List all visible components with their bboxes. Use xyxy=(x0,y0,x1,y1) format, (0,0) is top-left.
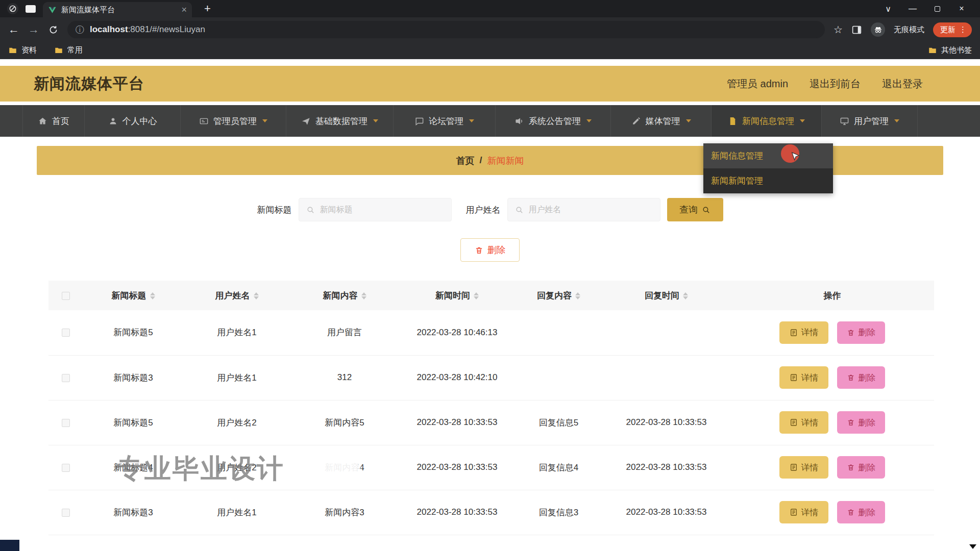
update-browser-button[interactable]: 更新 ⋮ xyxy=(933,22,972,37)
row-checkbox[interactable] xyxy=(62,509,70,517)
nav-item-home[interactable]: 首页 xyxy=(22,105,85,137)
bookmark-folder-changyong[interactable]: 常用 xyxy=(54,45,83,55)
browser-window: 新闻流媒体平台 × + ∨ — × ← → ⓘ localhost:8081/#… xyxy=(0,0,980,551)
nav-item-admin-management[interactable]: 管理员管理 xyxy=(181,105,286,137)
browser-tab[interactable]: 新闻流媒体平台 × xyxy=(43,2,192,17)
row-checkbox[interactable] xyxy=(62,464,70,472)
minimize-button[interactable]: — xyxy=(900,0,925,17)
detail-button[interactable]: 详情 xyxy=(779,501,828,523)
col-news-title[interactable]: 新闻标题 xyxy=(83,281,184,310)
cell-reply-content: 回复信息4 xyxy=(515,445,602,490)
row-actions: 详情 删除 xyxy=(730,321,934,344)
breadcrumb-home[interactable]: 首页 xyxy=(456,155,474,167)
cell-news-time: 2022-03-28 10:46:13 xyxy=(399,310,515,355)
sort-icon[interactable] xyxy=(575,292,580,299)
exit-to-front-link[interactable]: 退出到前台 xyxy=(810,77,861,91)
sort-icon[interactable] xyxy=(361,292,366,299)
menu-kebab-icon[interactable]: ⋮ xyxy=(959,25,967,34)
address-bar[interactable]: ⓘ localhost:8081/#/newsLiuyan xyxy=(67,21,825,38)
nav-label: 首页 xyxy=(52,115,69,127)
window-app-icon[interactable] xyxy=(26,5,36,13)
trash-icon xyxy=(475,246,483,255)
select-all-checkbox[interactable] xyxy=(62,292,70,300)
cell-user-name: 用户姓名1 xyxy=(184,490,290,535)
bulk-delete-label: 删除 xyxy=(487,244,506,256)
prohibited-app-icon[interactable] xyxy=(7,3,18,14)
trash-icon xyxy=(847,373,855,382)
row-delete-button[interactable]: 删除 xyxy=(837,366,885,389)
dropdown-item-news-info-management[interactable]: 新闻信息管理 xyxy=(703,143,833,168)
document-icon xyxy=(790,508,798,516)
nav-item-media-management[interactable]: 媒体管理 xyxy=(611,105,712,137)
nav-item-user-management[interactable]: 用户管理 xyxy=(822,105,918,137)
sort-icon[interactable] xyxy=(254,292,259,299)
detail-button[interactable]: 详情 xyxy=(779,411,828,434)
nav-item-forum-management[interactable]: 论坛管理 xyxy=(394,105,496,137)
col-news-time[interactable]: 新闻时间 xyxy=(399,281,515,310)
bookmark-label: 资料 xyxy=(21,45,37,55)
dropdown-item-news-news-management[interactable]: 新闻新闻管理 xyxy=(703,168,833,193)
bookmark-folder-ziliao[interactable]: 资料 xyxy=(8,45,37,55)
new-tab-button[interactable]: + xyxy=(204,2,211,15)
cell-news-content: 新闻内容3 xyxy=(290,490,399,535)
back-button[interactable]: ← xyxy=(8,24,19,35)
news-title-input[interactable] xyxy=(320,205,444,214)
row-checkbox[interactable] xyxy=(62,419,70,427)
breadcrumb-separator: / xyxy=(479,155,482,166)
row-checkbox[interactable] xyxy=(62,329,70,337)
nav-item-system-notice-management[interactable]: 系统公告管理 xyxy=(496,105,611,137)
site-header: 新闻流媒体平台 管理员 admin 退出到前台 退出登录 xyxy=(0,66,980,102)
tab-close-icon[interactable]: × xyxy=(181,5,187,15)
col-reply-time[interactable]: 回复时间 xyxy=(602,281,730,310)
detail-button[interactable]: 详情 xyxy=(779,366,828,389)
query-button[interactable]: 查询 xyxy=(667,198,723,221)
sort-icon[interactable] xyxy=(683,292,688,299)
search-icon xyxy=(702,206,710,214)
maximize-icon xyxy=(935,6,940,12)
tab-list-icon[interactable]: ∨ xyxy=(876,0,900,17)
detail-button[interactable]: 详情 xyxy=(779,321,828,344)
nav-item-personal-center[interactable]: 个人中心 xyxy=(85,105,181,137)
col-actions: 操作 xyxy=(730,281,934,310)
pencil-icon xyxy=(631,116,641,126)
bookmark-star-icon[interactable]: ☆ xyxy=(834,23,843,36)
row-delete-label: 删除 xyxy=(859,507,876,518)
forward-button[interactable]: → xyxy=(28,24,39,35)
nav-item-basic-data-management[interactable]: 基础数据管理 xyxy=(286,105,394,137)
cell-news-time: 2022-03-28 10:42:10 xyxy=(399,355,515,400)
row-delete-button[interactable]: 删除 xyxy=(837,456,885,479)
cell-news-title: 新闻标题3 xyxy=(83,355,184,400)
row-delete-button[interactable]: 删除 xyxy=(837,411,885,434)
row-delete-button[interactable]: 删除 xyxy=(837,321,885,344)
bulk-actions-row: 删除 xyxy=(0,238,980,262)
row-actions: 详情 删除 xyxy=(730,456,934,479)
sort-icon[interactable] xyxy=(150,292,155,299)
table-row: 新闻标题5 用户姓名1 用户留言 2022-03-28 10:46:13 详情 … xyxy=(48,310,934,355)
maximize-button[interactable] xyxy=(925,0,949,17)
nav-item-news-info-management[interactable]: 新闻信息管理 xyxy=(712,105,822,137)
incognito-label: 无痕模式 xyxy=(894,25,924,35)
sort-icon[interactable] xyxy=(474,292,479,299)
user-name-input[interactable] xyxy=(529,205,653,214)
incognito-avatar[interactable] xyxy=(871,22,885,37)
side-panel-icon[interactable] xyxy=(851,24,862,35)
detail-label: 详情 xyxy=(801,327,819,338)
url-text: localhost:8081/#/newsLiuyan xyxy=(90,24,205,35)
bulk-delete-button[interactable]: 删除 xyxy=(460,238,520,262)
other-bookmarks[interactable]: 其他书签 xyxy=(928,45,972,55)
site-info-icon[interactable]: ⓘ xyxy=(76,24,84,36)
row-checkbox[interactable] xyxy=(62,374,70,382)
user-name-label: 用户姓名 xyxy=(466,204,501,216)
logout-link[interactable]: 退出登录 xyxy=(882,77,923,91)
table-row: 新闻标题3 用户姓名1 新闻内容3 2022-03-28 10:33:53 回复… xyxy=(48,490,934,535)
col-reply-content[interactable]: 回复内容 xyxy=(515,281,602,310)
reload-button[interactable] xyxy=(48,24,59,35)
cell-news-title: 新闻标题3 xyxy=(83,490,184,535)
col-news-content[interactable]: 新闻内容 xyxy=(290,281,399,310)
col-user-name[interactable]: 用户姓名 xyxy=(184,281,290,310)
row-delete-button[interactable]: 删除 xyxy=(837,501,885,523)
cell-reply-content xyxy=(515,310,602,355)
close-window-button[interactable]: × xyxy=(949,0,974,17)
detail-button[interactable]: 详情 xyxy=(779,456,828,479)
cell-news-title: 新闻标题4 xyxy=(83,445,184,490)
